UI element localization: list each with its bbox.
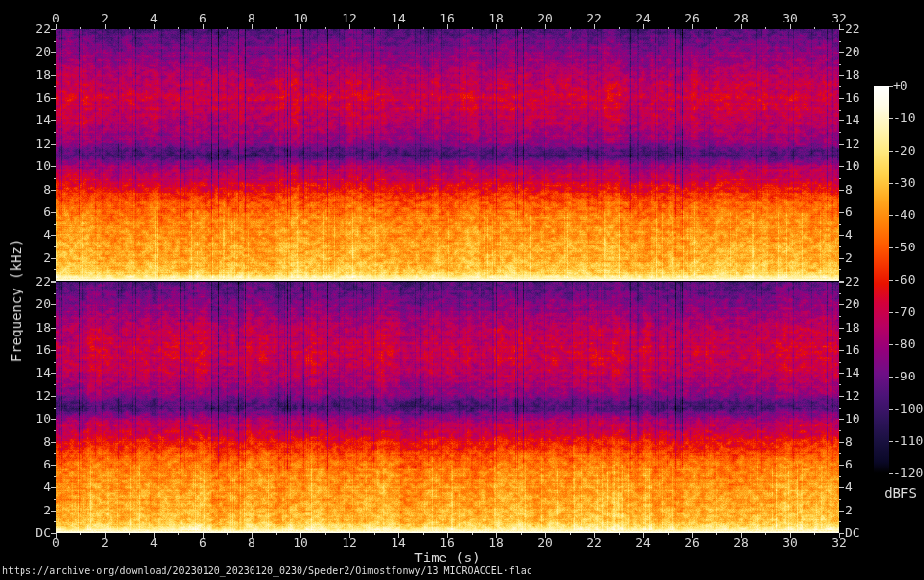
time-tick-label-bottom: 8 [248,536,255,550]
freq-tick-label-left: 2 [43,251,51,265]
freq-tick-label-right: 20 [845,297,860,311]
time-tick-label-top: 18 [488,12,504,25]
freq-tick-label-left: 16 [35,343,51,357]
freq-tick-label-left: 16 [35,91,51,105]
time-tick-label-bottom: 0 [52,536,60,550]
freq-tick-label-right: 12 [845,137,860,151]
time-tick-label-top: 16 [439,12,455,25]
freq-tick-label-left: 18 [35,321,51,335]
freq-tick-label-left: 22 [35,22,51,36]
freq-tick-label-right: 14 [845,113,860,127]
freq-tick-label-left: DC [35,526,51,540]
time-tick-label-bottom: 4 [150,536,158,550]
time-tick-label-bottom: 10 [293,536,308,550]
time-tick-label-top: 20 [537,12,553,25]
colorbar-tick-label: -10 [893,112,915,125]
freq-tick-label-right: 22 [845,275,860,289]
time-tick-label-top: 28 [733,12,749,25]
freq-tick-label-right: 10 [845,412,860,425]
freq-tick-label-right: 8 [845,435,853,449]
freq-tick-label-right: 16 [845,343,860,357]
freq-tick-label-left: 10 [35,159,51,173]
time-tick-label-top: 2 [101,12,109,25]
source-url-title: https://archive·org/download/20230120_20… [2,564,532,577]
colorbar-tick-label: -40 [893,208,915,222]
freq-tick-label-left: 4 [43,228,51,242]
freq-tick-label-right: 18 [845,68,860,82]
freq-tick-label-left: 18 [35,68,51,82]
time-tick-label-top: 12 [342,12,357,25]
time-tick-label-top: 30 [782,12,798,25]
time-tick-label-bottom: 26 [684,536,700,550]
freq-tick-label-right: 16 [845,91,860,105]
axis-ticks-layer [0,0,924,580]
freq-tick-label-right: 6 [845,458,853,471]
freq-tick-label-right: 10 [845,159,860,173]
colorbar-tick-label: -90 [893,370,915,383]
colorbar-tick-label: -20 [893,144,915,157]
freq-tick-label-right: 4 [845,480,853,494]
time-tick-label-bottom: 24 [635,536,651,550]
colorbar-tick-label: -70 [893,305,915,319]
time-tick-label-top: 8 [248,12,255,25]
freq-tick-label-left: 2 [43,504,51,517]
freq-tick-label-right: 4 [845,228,853,242]
freq-tick-label-right: 20 [845,45,860,59]
colorbar-unit-label: dBFS [884,485,917,501]
freq-tick-label-right: 2 [845,251,853,265]
time-tick-label-top: 10 [293,12,308,25]
colorbar-tick-label: -110 [893,434,923,448]
colorbar-tick-label: -60 [893,273,915,287]
x-axis-title: Time (s) [414,550,480,565]
freq-tick-label-right: 18 [845,321,860,335]
freq-tick-label-left: 14 [35,366,51,379]
time-tick-label-bottom: 20 [537,536,553,550]
freq-tick-label-left: 8 [43,183,51,197]
time-tick-label-top: 6 [199,12,207,25]
freq-tick-label-left: 20 [35,297,51,311]
freq-tick-label-left: 12 [35,137,51,151]
time-tick-label-top: 14 [391,12,406,25]
freq-tick-label-left: 6 [43,458,51,471]
spectrogram-figure: Frequency (kHz) Time (s) dBFS https://ar… [0,0,924,580]
colorbar-tick-label: -100 [893,402,923,416]
colorbar-tick-label: -30 [893,176,915,190]
time-tick-label-top: 22 [586,12,602,25]
time-tick-label-top: 4 [150,12,158,25]
freq-tick-label-left: 6 [43,205,51,219]
freq-tick-label-right: 22 [845,22,860,36]
colorbar-tick-label: +0 [893,79,908,93]
freq-tick-label-left: 8 [43,435,51,449]
time-tick-label-bottom: 30 [782,536,798,550]
freq-tick-label-left: 22 [35,275,51,289]
freq-tick-label-left: 4 [43,480,51,494]
freq-tick-label-left: 12 [35,389,51,403]
time-tick-label-bottom: 14 [391,536,406,550]
time-tick-label-bottom: 18 [488,536,504,550]
colorbar-tick-label: -120 [893,467,923,480]
time-tick-label-top: 24 [635,12,651,25]
colorbar-tick-label: -50 [893,241,915,254]
time-tick-label-bottom: 12 [342,536,357,550]
freq-tick-label-left: 20 [35,45,51,59]
time-tick-label-top: 0 [52,12,60,25]
time-tick-label-bottom: 16 [439,536,455,550]
time-tick-label-bottom: 6 [199,536,207,550]
time-tick-label-bottom: 28 [733,536,749,550]
freq-tick-label-right: DC [845,526,860,540]
time-tick-label-top: 26 [684,12,700,25]
colorbar-tick-label: -80 [893,337,915,351]
freq-tick-label-right: 2 [845,504,853,517]
freq-tick-label-right: 14 [845,366,860,379]
freq-tick-label-right: 6 [845,205,853,219]
freq-tick-label-right: 8 [845,183,853,197]
y-axis-title: Frequency (kHz) [8,239,23,362]
freq-tick-label-right: 12 [845,389,860,403]
time-tick-label-bottom: 22 [586,536,602,550]
time-tick-label-bottom: 2 [101,536,109,550]
freq-tick-label-left: 14 [35,113,51,127]
freq-tick-label-left: 10 [35,412,51,425]
